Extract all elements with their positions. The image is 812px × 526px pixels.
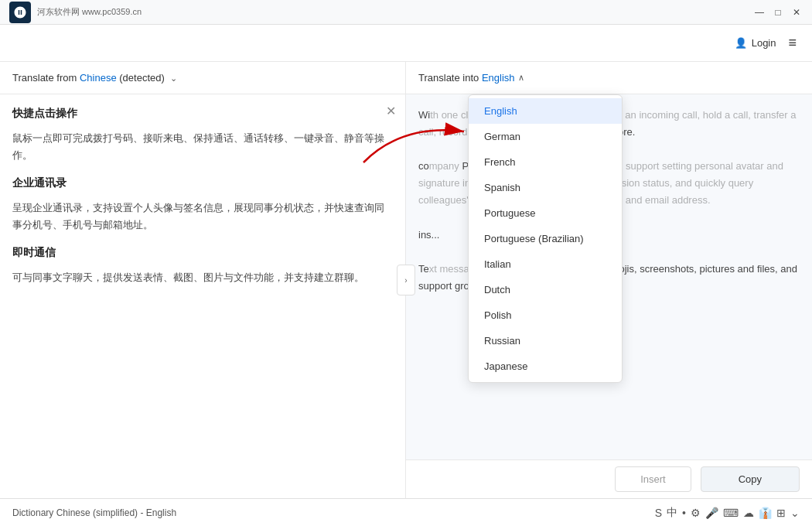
close-button[interactable]: ✕ — [790, 6, 803, 19]
window-controls: — □ ✕ — [753, 6, 803, 19]
lang-option-polish[interactable]: Polish — [469, 302, 622, 328]
lang-option-russian[interactable]: Russian — [469, 328, 622, 354]
shirt-icon: 👔 — [759, 507, 772, 519]
target-language-selector[interactable]: English ∧ — [482, 72, 524, 84]
source-title-2: 企业通讯录 — [12, 176, 393, 190]
translate-into-label: Translate into — [418, 72, 482, 84]
source-body-2: 呈现企业通讯录，支持设置个人头像与签名信息，展现同事分机状态，并快速查询同事分机… — [12, 200, 393, 234]
lang-option-portuguese[interactable]: Portuguese — [469, 200, 622, 226]
login-label: Login — [752, 37, 776, 49]
lang-option-italian[interactable]: Italian — [469, 251, 622, 277]
lang-option-portuguese-br[interactable]: Portuguese (Brazilian) — [469, 226, 622, 251]
watermark: 河东软件网 www.pc0359.cn — [37, 6, 142, 18]
nav-right: 👤 Login ≡ — [735, 35, 797, 51]
source-language[interactable]: Chinese — [80, 72, 117, 84]
keyboard-icon: ⌨ — [723, 507, 739, 519]
status-icons: S 中 • ⚙ 🎤 ⌨ ☁ 👔 ⊞ ⌄ — [655, 506, 800, 520]
lang-option-german[interactable]: German — [469, 124, 622, 149]
lang-option-japanese[interactable]: Japanese — [469, 354, 622, 379]
cloud-icon: ☁ — [743, 507, 754, 519]
source-body-3: 可与同事文字聊天，提供发送表情、截图、图片与文件功能，并支持建立群聊。 — [12, 269, 393, 286]
main-content: Translate from Chinese (detected) ⌄ ✕ 快捷… — [0, 62, 812, 498]
right-panel-header: Translate into English ∧ English German … — [406, 62, 812, 94]
dot-icon: • — [682, 507, 686, 519]
translate-from-label: Translate from Chinese (detected) ⌄ — [12, 72, 177, 84]
title-bar: 河东软件网 www.pc0359.cn — □ ✕ — [0, 0, 812, 25]
menu-button[interactable]: ≡ — [788, 35, 797, 51]
source-body-1: 鼠标一点即可完成拨打号码、接听来电、保持通话、通话转移、一键录音、静音等操作。 — [12, 130, 393, 164]
mic-icon: 🎤 — [705, 507, 718, 519]
target-lang-chevron: ∧ — [518, 73, 524, 83]
settings-icon: ⚙ — [691, 507, 701, 519]
status-bar: Dictionary Chinese (simplified) - Englis… — [0, 498, 812, 526]
left-panel: Translate from Chinese (detected) ⌄ ✕ 快捷… — [0, 62, 406, 498]
lang-option-dutch[interactable]: Dutch — [469, 277, 622, 302]
lang-option-spanish[interactable]: Spanish — [469, 175, 622, 200]
left-panel-header: Translate from Chinese (detected) ⌄ — [0, 62, 405, 94]
right-panel: Translate into English ∧ English German … — [406, 62, 812, 498]
maximize-button[interactable]: □ — [772, 6, 784, 19]
lang-option-english[interactable]: English — [469, 98, 622, 124]
insert-button[interactable]: Insert — [615, 466, 691, 492]
bottom-bar: Insert Copy — [406, 459, 812, 498]
minimize-button[interactable]: — — [753, 6, 766, 19]
selected-target-lang: English — [482, 72, 515, 84]
sougou-icon: S — [655, 507, 662, 519]
user-icon: 👤 — [735, 37, 747, 49]
deepl-logo — [9, 2, 31, 23]
language-dropdown: English German French Spanish Portuguese… — [468, 94, 623, 383]
lang-option-french[interactable]: French — [469, 149, 622, 175]
source-title-1: 快捷点击操作 — [12, 107, 393, 121]
title-bar-left: 河东软件网 www.pc0359.cn — [9, 2, 142, 23]
nav-bar: 👤 Login ≡ — [0, 25, 812, 62]
dictionary-label: Dictionary Chinese (simplified) - Englis… — [12, 507, 176, 518]
source-title-3: 即时通信 — [12, 246, 393, 260]
source-lang-chevron[interactable]: ⌄ — [170, 73, 177, 83]
copy-button[interactable]: Copy — [701, 466, 800, 492]
source-text-area: ✕ 快捷点击操作 鼠标一点即可完成拨打号码、接听来电、保持通话、通话转移、一键录… — [0, 94, 405, 498]
chevron-status[interactable]: ⌄ — [790, 507, 800, 519]
detected-label: (detected) — [119, 72, 165, 84]
expand-button[interactable]: › — [397, 265, 415, 295]
clear-source-button[interactable]: ✕ — [386, 104, 396, 118]
grid-icon: ⊞ — [776, 507, 786, 519]
login-button[interactable]: 👤 Login — [735, 37, 776, 49]
chinese-icon: 中 — [667, 506, 677, 520]
